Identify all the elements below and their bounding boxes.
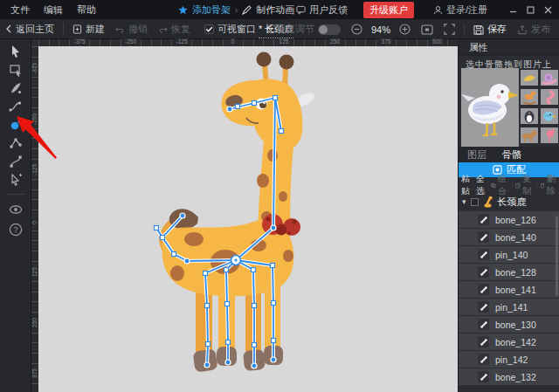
bone-joint-square[interactable]: [272, 339, 276, 343]
bone-list-item[interactable]: pin_141: [459, 299, 559, 315]
thumb-snail[interactable]: [541, 70, 558, 86]
bone-joint-dot[interactable]: [225, 360, 231, 365]
bone-segment[interactable]: [273, 265, 273, 303]
bone-joint-square[interactable]: [206, 342, 210, 347]
feedback-button[interactable]: 用户反馈: [296, 3, 348, 17]
bone-joint-square[interactable]: [271, 264, 275, 268]
tab-layers[interactable]: 图层: [467, 148, 487, 162]
action-disabled-button[interactable]: 复制: [513, 180, 537, 190]
preview-adjust-toggle[interactable]: 预览调节: [271, 23, 346, 36]
layer-tree-root[interactable]: ▾ 长颈鹿: [459, 193, 559, 210]
save-button[interactable]: 保存: [468, 23, 512, 36]
tool-select[interactable]: [0, 42, 31, 60]
bone-list-item[interactable]: bone_141: [459, 281, 559, 298]
workflow-step-add-skeleton[interactable]: 添加骨架: [192, 3, 231, 17]
bone-joint-square[interactable]: [155, 226, 159, 230]
upgrade-account-button[interactable]: 升级账户: [363, 2, 414, 18]
close-icon[interactable]: [543, 5, 552, 14]
bone-joint-dot[interactable]: [204, 362, 210, 368]
tool-help[interactable]: ?: [0, 220, 31, 238]
tool-bone-brush[interactable]: [0, 79, 31, 97]
bone-joint-square[interactable]: [204, 272, 208, 276]
svg-text:?: ?: [13, 225, 17, 234]
zoom-in-button[interactable]: [394, 24, 416, 35]
action-disabled-button[interactable]: 组合: [488, 180, 513, 190]
action-disabled-button[interactable]: 删除: [537, 180, 559, 190]
bone-joint-square[interactable]: [161, 236, 165, 240]
bone-segment[interactable]: [207, 306, 208, 344]
bone-joint-dot[interactable]: [252, 363, 257, 368]
bone-joint-square[interactable]: [205, 304, 210, 308]
fullscreen-icon: [444, 24, 455, 35]
bone-joint-dot[interactable]: [184, 258, 190, 264]
tool-marquee[interactable]: [0, 60, 31, 79]
bone-list-item[interactable]: bone_132: [459, 368, 559, 385]
bone-list-item[interactable]: bone_126: [459, 211, 559, 228]
bone-joint-dot[interactable]: [271, 225, 276, 230]
bone-segment[interactable]: [227, 304, 228, 342]
bone-list-item[interactable]: bone_128: [459, 264, 559, 280]
bone-joint-square[interactable]: [225, 302, 230, 306]
bone-list-item[interactable]: bone_142: [459, 334, 559, 350]
bone-list-item[interactable]: pin_142: [459, 351, 559, 368]
thumb-bird[interactable]: [541, 108, 558, 124]
fit-view-button[interactable]: [416, 24, 438, 35]
workflow-step-animate[interactable]: 制作动画: [256, 3, 294, 17]
bone-joint-square[interactable]: [273, 96, 278, 100]
bone-joint-dot[interactable]: [180, 213, 185, 218]
panel-scrollbar[interactable]: [556, 216, 558, 296]
caret-down-icon[interactable]: ▾: [462, 197, 466, 206]
bone-segment[interactable]: [187, 260, 236, 261]
back-home-button[interactable]: 返回主页: [0, 23, 59, 36]
bone-joint-dot[interactable]: [227, 107, 232, 112]
bone-joint-square[interactable]: [172, 252, 176, 257]
bone-segment[interactable]: [253, 270, 254, 306]
menu-item[interactable]: 帮助: [77, 3, 96, 17]
bone-joint-square[interactable]: [252, 268, 256, 272]
bone-list-item[interactable]: pin_140: [459, 246, 559, 263]
bone-joint-square[interactable]: [280, 129, 284, 134]
reference-image-seagull[interactable]: [461, 68, 519, 147]
bone-list-item[interactable]: bone_140: [459, 229, 559, 245]
bone-list-item[interactable]: bone_130: [459, 316, 559, 333]
menu-item[interactable]: 编辑: [44, 3, 63, 17]
bone-joint-dot[interactable]: [271, 357, 276, 362]
new-button[interactable]: 新建: [67, 23, 110, 36]
stage-canvas[interactable]: [38, 46, 458, 392]
thumb-dog[interactable]: [521, 127, 538, 143]
thumb-banana[interactable]: [521, 70, 538, 86]
bone-joint-square[interactable]: [252, 101, 257, 106]
login-button[interactable]: 登录/注册: [433, 3, 487, 17]
thumb-flamingo[interactable]: [541, 127, 558, 143]
ruler-horizontal: -375-250-1250125250375500: [38, 39, 458, 46]
bone-joint-square[interactable]: [252, 343, 257, 347]
menu-item[interactable]: 文件: [10, 3, 30, 17]
zoom-out-button[interactable]: [346, 24, 368, 35]
thumb-seahorse[interactable]: [541, 89, 558, 105]
publish-button[interactable]: 发布: [512, 23, 559, 36]
undo-button[interactable]: 撤销: [110, 23, 153, 36]
maximize-icon[interactable]: [526, 5, 535, 14]
tab-bones[interactable]: 骨骼: [502, 148, 521, 162]
tool-eye[interactable]: [0, 200, 31, 218]
bone-joint-square[interactable]: [252, 304, 257, 308]
bone-segment[interactable]: [226, 270, 227, 304]
toggle-switch[interactable]: [318, 24, 341, 35]
thumb-rocking-horse[interactable]: [521, 89, 538, 105]
minimize-icon[interactable]: [508, 5, 517, 14]
action-enabled-button[interactable]: 粘贴: [459, 180, 473, 190]
viewport-checkbox[interactable]: 可视窗口: [199, 23, 261, 36]
action-enabled-button[interactable]: 全选: [473, 180, 488, 190]
redo-button[interactable]: 恢复: [153, 23, 196, 36]
bone-icon: [480, 355, 488, 364]
visibility-checkbox[interactable]: [471, 198, 479, 206]
fullscreen-button[interactable]: [438, 24, 460, 35]
bone-joint-square[interactable]: [226, 340, 231, 345]
bone-joint-square[interactable]: [236, 105, 240, 109]
thumb-penguin[interactable]: [521, 108, 538, 124]
bone-joint-square[interactable]: [272, 301, 276, 306]
bone-joint-square[interactable]: [224, 268, 229, 272]
bone-segment[interactable]: [207, 344, 208, 365]
tool-direct-select[interactable]: [0, 170, 31, 189]
reference-preview: [459, 68, 559, 147]
